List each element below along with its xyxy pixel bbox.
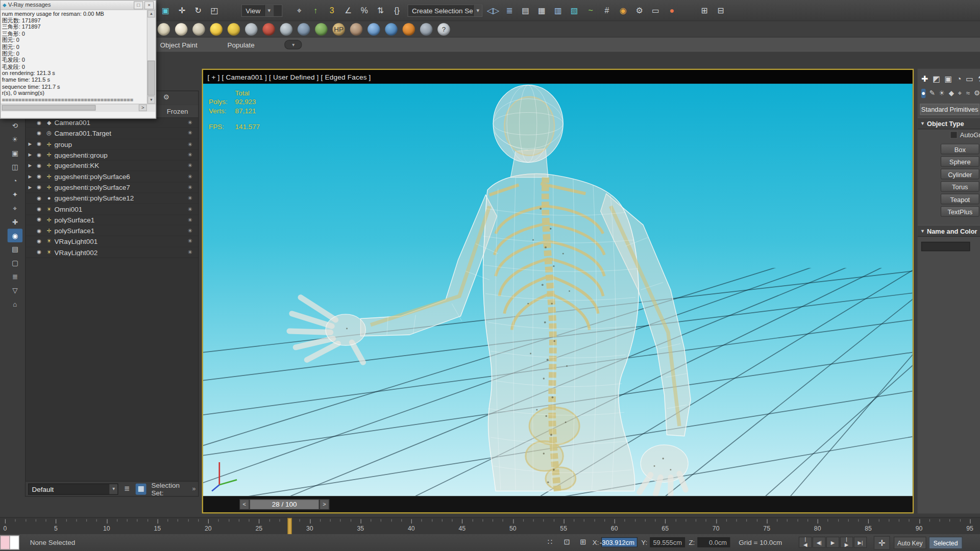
align-icon[interactable]: ≣ xyxy=(501,3,518,18)
previous-frame-icon[interactable]: ◀| xyxy=(813,537,826,548)
scene-row[interactable]: ▶◉✛group✳ xyxy=(26,139,198,150)
selection-set-dropdown[interactable]: Create Selection Set ▾ xyxy=(407,4,482,16)
render-production-icon[interactable]: ● xyxy=(664,3,680,18)
scene-row[interactable]: ▶◉✛gugeshenti:polySurface6✳ xyxy=(26,171,198,182)
viewport-canvas[interactable]: Total Polys: 92,923 Verts: 87,121 FPS: 1… xyxy=(203,84,913,496)
helpers-filter-icon[interactable]: ✦ xyxy=(8,187,22,201)
frozen-toggle-icon[interactable]: ✳ xyxy=(182,163,198,169)
eye-icon[interactable]: ◉ xyxy=(34,239,43,244)
expand-arrow-icon[interactable]: ▶ xyxy=(26,185,34,190)
folder-icon[interactable]: ⌂ xyxy=(8,297,22,311)
frozen-toggle-icon[interactable]: ✳ xyxy=(182,228,198,234)
frozen-toggle-icon[interactable]: ✳ xyxy=(182,195,198,201)
previous-frame-button[interactable]: < xyxy=(239,499,250,510)
selected-mode-button[interactable]: Selected xyxy=(929,537,963,549)
frozen-toggle-icon[interactable]: ✳ xyxy=(182,130,198,136)
autogrid-checkbox[interactable] xyxy=(950,131,958,139)
expand-arrow-icon[interactable]: ▶ xyxy=(26,153,34,158)
display-tab-icon[interactable]: ▭ xyxy=(966,74,973,83)
create-tab-icon[interactable]: ✚ xyxy=(921,74,928,83)
frozen-toggle-icon[interactable]: ✳ xyxy=(182,173,198,180)
vertical-scrollbar[interactable]: ▲ ▼ xyxy=(147,10,156,104)
cameras-filter-icon[interactable]: ◔ xyxy=(8,173,22,187)
filter-icon[interactable]: ▽ xyxy=(8,284,22,297)
play-icon[interactable]: ▶ xyxy=(826,537,840,548)
tab-object-paint[interactable]: Object Paint xyxy=(160,41,197,48)
select-and-move-icon[interactable]: ✛ xyxy=(174,3,190,18)
shapes-category-icon[interactable]: ✎ xyxy=(929,88,935,97)
eye-icon[interactable]: ◉ xyxy=(34,120,43,126)
spacewarps-filter-icon[interactable]: ⌖ xyxy=(8,201,22,215)
create-textplus-button[interactable]: TextPlus xyxy=(941,206,979,217)
frozen-toggle-icon[interactable]: ✳ xyxy=(182,141,198,147)
next-frame-icon[interactable]: |▶ xyxy=(840,537,853,548)
render-setup-icon[interactable]: ⚙ xyxy=(631,3,648,18)
scroll-down-icon[interactable]: ▼ xyxy=(148,96,155,104)
eye-icon[interactable]: ◉ xyxy=(34,152,43,158)
eye-icon[interactable]: ◉ xyxy=(34,206,43,212)
sphere-yellow-icon[interactable] xyxy=(228,23,240,35)
geometry-category-icon[interactable]: ● xyxy=(921,88,925,97)
eye-icon[interactable]: ◉ xyxy=(34,228,43,233)
viewport-label[interactable]: [ + ] [ Camera001 ] [ User Defined ] [ E… xyxy=(203,70,913,84)
time-slider-frame-display[interactable]: 28 / 100 xyxy=(250,499,320,510)
maximize-icon[interactable]: □ xyxy=(134,1,143,9)
create-torus-button[interactable]: Torus xyxy=(941,181,979,192)
eye-icon[interactable]: ◉ xyxy=(34,195,43,201)
dots-grid-icon[interactable] xyxy=(245,23,257,35)
eye-icon[interactable]: ◉ xyxy=(34,249,43,255)
scroll-right-icon[interactable]: > xyxy=(139,104,147,111)
use-center-icon[interactable]: ↑ xyxy=(307,3,324,18)
workspace-grid-icon[interactable]: ⊞ xyxy=(696,3,713,18)
go-to-end-icon[interactable]: ▶| xyxy=(854,537,867,548)
scrollbar-thumb[interactable] xyxy=(148,61,155,96)
select-object-icon[interactable]: ▣ xyxy=(158,3,174,18)
frozen-toggle-icon[interactable]: ✳ xyxy=(182,206,198,212)
orange-ball-icon[interactable] xyxy=(403,23,415,35)
globe-icon[interactable] xyxy=(385,23,397,35)
camera-viewport[interactable]: [ + ] [ Camera001 ] [ User Defined ] [ E… xyxy=(202,69,914,514)
ribbon-toggle-icon[interactable]: ▧ xyxy=(566,3,582,18)
primitive-category-dropdown[interactable]: Standard Primitives xyxy=(920,104,979,115)
pivot-point-icon[interactable]: ⌖ xyxy=(291,3,308,18)
cone-icon[interactable] xyxy=(192,23,205,35)
material-editor-icon[interactable]: ◉ xyxy=(615,3,631,18)
scene-row[interactable]: ◉☀VRayLight002✳ xyxy=(26,247,198,258)
horizontal-scrollbar[interactable]: > xyxy=(1,104,156,112)
snaps-toggle-icon[interactable]: 3 xyxy=(324,3,340,18)
isolate-selection-icon[interactable]: ∷ xyxy=(548,537,552,546)
scene-row[interactable]: ◉☀Omni001✳ xyxy=(26,204,198,215)
percent-snap-icon[interactable]: % xyxy=(356,3,373,18)
current-frame-marker[interactable] xyxy=(287,518,292,535)
vray-messages-window[interactable]: ◆ V-Ray messages □ × num memory usage fo… xyxy=(0,0,156,119)
hp-icon[interactable]: HP xyxy=(332,23,345,35)
maxscript-listener-pane[interactable] xyxy=(0,535,10,549)
frozen-toggle-icon[interactable]: ✳ xyxy=(182,184,198,190)
motion-tab-icon[interactable]: ◔ xyxy=(957,74,962,83)
sun-icon[interactable] xyxy=(210,23,222,35)
rendered-frame-icon[interactable]: ▭ xyxy=(648,3,664,18)
expand-arrow-icon[interactable]: ▶ xyxy=(26,174,34,179)
scene-row[interactable]: ▶◉✛gugeshenti:group✳ xyxy=(26,150,198,161)
shapes-filter-icon[interactable]: ◫ xyxy=(8,160,22,173)
toolbars-icon[interactable]: ▤ xyxy=(518,3,534,18)
geometry-filter-icon[interactable]: ▣ xyxy=(8,146,22,160)
x-coordinate-field[interactable]: -303.912cm xyxy=(601,537,638,547)
select-and-rotate-icon[interactable]: ↻ xyxy=(190,3,206,18)
absolute-offset-icon[interactable]: ⊞ xyxy=(580,537,586,546)
auto-key-button[interactable]: Auto Key xyxy=(894,537,926,549)
frozen-toggle-icon[interactable]: ✳ xyxy=(182,119,198,126)
gear-flower-icon[interactable] xyxy=(298,23,310,35)
eye-icon[interactable]: ◉ xyxy=(34,131,43,136)
create-teapot-button[interactable]: Teapot xyxy=(941,194,979,205)
angle-snap-icon[interactable]: ∠ xyxy=(340,3,356,18)
spinner-snap-icon[interactable]: ⇅ xyxy=(373,3,389,18)
cameras-category-icon[interactable]: ◆ xyxy=(949,88,954,97)
containers-filter-icon[interactable]: ▢ xyxy=(8,256,22,270)
scene-row[interactable]: ▶◉✛gugeshenti:KK✳ xyxy=(26,161,198,171)
sync-filter-icon[interactable]: ⟲ xyxy=(8,119,22,133)
vray-window-titlebar[interactable]: ◆ V-Ray messages □ × xyxy=(1,1,156,10)
edit-named-selection-sets-icon[interactable]: {} xyxy=(389,3,405,18)
z-coordinate-field[interactable]: 0.0cm xyxy=(698,537,730,547)
shell2-icon[interactable] xyxy=(350,23,362,35)
